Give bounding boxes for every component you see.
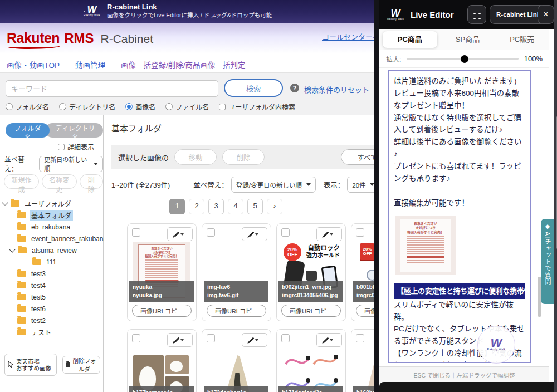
next-page-button[interactable]: › xyxy=(267,199,282,214)
edit-menu-button[interactable] xyxy=(242,227,267,241)
page-3-button[interactable]: 3 xyxy=(208,199,224,214)
page-1-button[interactable]: 1 xyxy=(169,199,185,214)
delete-selected-button[interactable]: 削除 xyxy=(222,149,265,165)
chevron-down-icon[interactable] xyxy=(2,199,8,205)
card-checkbox[interactable] xyxy=(281,228,290,237)
window-scrollbar[interactable] xyxy=(554,0,557,392)
page-2-button[interactable]: 2 xyxy=(189,199,204,214)
image-sort-select[interactable]: 登録/変更日の新しい順 xyxy=(231,177,316,193)
image-thumbnail[interactable] xyxy=(133,347,190,392)
keyword-input[interactable] xyxy=(6,80,218,97)
tree-item-tesuto[interactable]: テスト xyxy=(0,326,103,338)
radio-directory-name[interactable]: ディレクトリ名 xyxy=(59,102,115,111)
card-checkbox[interactable] xyxy=(356,228,364,237)
page-size-select[interactable]: 20件 xyxy=(347,177,374,193)
radio-icon[interactable] xyxy=(59,103,66,110)
radio-icon-selected[interactable] xyxy=(125,103,133,110)
checkbox-icon[interactable] xyxy=(58,144,65,150)
edit-menu-button[interactable] xyxy=(167,227,193,241)
edit-menu-button[interactable] xyxy=(316,227,342,241)
close-panel-button[interactable]: × xyxy=(538,5,554,24)
radio-folder-name[interactable]: フォルダ名 xyxy=(6,102,49,111)
radio-icon[interactable] xyxy=(165,103,173,110)
ai-chat-tab[interactable]: ◆ AIチャットで質問 xyxy=(541,219,554,304)
select-all-button[interactable]: すべて選択 xyxy=(341,149,374,165)
tree-item-atsuma-review[interactable]: atsuma_review xyxy=(0,244,103,256)
embedded-notice-image[interactable]: お急ぎください 大好評につき 毎回入荷がすぐに完売！ xyxy=(395,216,456,275)
tree-item-event-banners[interactable]: event_banners_rakubana xyxy=(0,233,103,244)
create-folder-button[interactable]: 新規作成 xyxy=(4,174,39,189)
rename-folder-button[interactable]: 名称変更 xyxy=(42,174,77,189)
toggle-directory-name[interactable]: ディレクトリ名 xyxy=(45,123,103,138)
nav-bulk-register[interactable]: 画像一括登録/削除/商品画像一括判定 xyxy=(121,59,246,72)
chevron-down-icon[interactable] xyxy=(9,246,15,252)
display-label: 表示： xyxy=(324,179,345,190)
image-grid: お急ぎください 大好評につき 毎回入荷がすぐに完売！ nyuuka nyuuka… xyxy=(127,223,374,392)
card-checkbox[interactable] xyxy=(132,334,140,342)
tab-sp-product[interactable]: SP商品 xyxy=(441,31,495,48)
zoom-slider[interactable] xyxy=(407,58,518,60)
edit-menu-button[interactable] xyxy=(242,333,267,347)
copy-image-url-button[interactable]: 画像URLコピー xyxy=(207,305,266,317)
tab-pc-product[interactable]: PC商品 xyxy=(383,31,437,48)
help-icon[interactable]: ? xyxy=(290,84,299,92)
page-5-button[interactable]: 5 xyxy=(247,199,263,214)
card-checkbox[interactable] xyxy=(132,228,140,237)
tree-item-eb-rakubana[interactable]: eb_rakubana xyxy=(0,221,103,233)
image-thumbnail[interactable] xyxy=(282,347,340,392)
layout-grid-button[interactable] xyxy=(467,5,486,24)
nav-video-management[interactable]: 動画管理 xyxy=(75,59,105,72)
editor-tabs: PC商品 SP商品 PC販売 xyxy=(379,29,549,51)
card-checkbox[interactable] xyxy=(281,334,290,342)
tree-item-user-folder[interactable]: ユーザフォルダ xyxy=(0,198,103,209)
folder-sort-select[interactable]: 更新日の新しい順 xyxy=(39,156,103,172)
edit-menu-button[interactable] xyxy=(316,333,342,347)
tree-item-111[interactable]: 111 xyxy=(0,256,103,268)
cursor-icon xyxy=(7,361,14,369)
rich-text-editor[interactable]: は片道送料のみご負担いただきます) レビュー投稿で本来600円相当の素敵なプレゼ… xyxy=(388,70,531,363)
image-caption: b172dogbag1s xyxy=(204,386,268,392)
panel-resize-handle[interactable] xyxy=(374,0,379,392)
search-button[interactable]: 検索 xyxy=(224,79,283,97)
divider xyxy=(0,344,103,344)
image-thumbnail[interactable] xyxy=(357,347,374,392)
tab-pc-sales[interactable]: PC販売 xyxy=(495,31,549,48)
image-thumbnail[interactable] xyxy=(208,347,265,392)
list-controls: 1~20件 (全2739件) 並べ替え： 登録/変更日の新しい順 表示： 20件 xyxy=(111,177,374,193)
tree-item-test2[interactable]: test2 xyxy=(0,315,103,326)
folder-icon xyxy=(17,212,26,218)
tree-item-test3[interactable]: test3 xyxy=(0,268,103,280)
sparkle-icon: ◆ xyxy=(545,223,550,229)
user-folder-search-checkbox[interactable]: ユーザフォルダ内検索 xyxy=(219,102,295,111)
pencil-icon xyxy=(249,232,255,237)
deleted-folder-button[interactable]: 削除フォルダ xyxy=(62,356,100,374)
radio-file-name[interactable]: ファイル名 xyxy=(165,102,209,111)
chevron-down-icon xyxy=(94,163,98,168)
card-checkbox[interactable] xyxy=(356,334,364,342)
radio-icon[interactable] xyxy=(6,103,13,110)
card-checkbox[interactable] xyxy=(207,228,215,237)
tree-item-base-folder[interactable]: 基本フォルダ xyxy=(0,209,103,221)
copy-image-url-button[interactable]: 画像URLコピー xyxy=(281,305,341,317)
tree-item-test6[interactable]: test6 xyxy=(0,303,103,315)
folder-icon xyxy=(17,306,26,312)
radio-image-name[interactable]: 画像名 xyxy=(125,102,155,111)
edit-menu-button[interactable] xyxy=(167,333,193,347)
card-checkbox[interactable] xyxy=(207,334,215,342)
delete-folder-action-button[interactable]: 削除 xyxy=(80,174,103,189)
tree-item-test4[interactable]: test4 xyxy=(0,280,103,291)
pencil-icon xyxy=(324,232,329,237)
page-4-button[interactable]: 4 xyxy=(228,199,243,214)
folder-icon xyxy=(17,224,26,230)
toggle-folder-name[interactable]: フォルダ名 xyxy=(6,123,50,138)
tree-item-test5[interactable]: test5 xyxy=(0,291,103,303)
nav-image-video-top[interactable]: 画像・動画TOP xyxy=(7,59,60,72)
checkbox-icon[interactable] xyxy=(219,104,226,110)
zoom-slider-thumb[interactable] xyxy=(461,55,468,63)
copy-image-url-button[interactable]: 画像URLコピー xyxy=(132,305,192,317)
reset-search-link[interactable]: 検索条件のリセット xyxy=(304,84,369,95)
rakuten-recommended-images-button[interactable]: 楽天市場おすすめ画像 xyxy=(4,354,57,376)
detail-view-checkbox[interactable]: 詳細表示 xyxy=(58,142,94,151)
copy-image-url-button[interactable]: 画像URLコピー xyxy=(356,305,374,317)
move-selected-button[interactable]: 移動 xyxy=(174,149,217,165)
